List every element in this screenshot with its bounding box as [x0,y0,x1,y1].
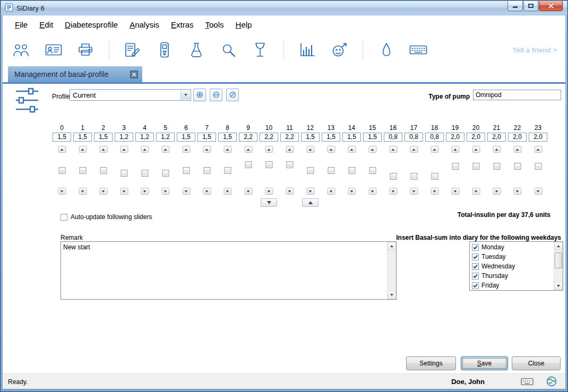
basal-slider[interactable] [321,146,341,195]
settings-button[interactable]: Settings [406,356,456,370]
slider-down-button[interactable] [99,188,107,195]
basal-slider[interactable] [300,146,321,195]
slider-thumb[interactable] [431,173,438,180]
slider-down-button[interactable] [389,188,397,195]
slider-up-button[interactable] [265,146,273,153]
lab-icon[interactable] [187,41,206,59]
journal-icon[interactable] [123,41,142,59]
device-icon[interactable] [155,41,174,59]
basal-value-input[interactable]: 2,2 [260,133,278,142]
auto-update-checkbox[interactable] [61,214,67,221]
slider-up-button[interactable] [306,146,314,153]
slider-up-button[interactable] [534,146,542,153]
menu-file[interactable]: File [9,15,33,34]
slider-thumb[interactable] [58,167,65,174]
basal-slider[interactable] [259,146,279,195]
basal-value-input[interactable]: 0,8 [405,133,423,142]
basal-value-input[interactable]: 0,8 [384,133,402,142]
tab-management-basal-profile[interactable]: Management of basal-profile [8,66,142,82]
slider-down-button[interactable] [327,188,335,195]
pump-type-input[interactable]: Omnipod [473,90,561,100]
wellbeing-icon[interactable] [330,41,349,59]
slider-thumb[interactable] [348,167,355,174]
remark-textarea[interactable]: New start [61,241,397,300]
basal-slider[interactable] [114,146,134,195]
slider-down-button[interactable] [265,188,273,195]
slider-up-button[interactable] [182,146,190,153]
weekday-list[interactable]: MondayTuesdayWednesdayThursdayFriday [469,241,563,291]
slider-down-button[interactable] [431,188,438,195]
slider-down-button[interactable] [120,188,128,195]
basal-value-input[interactable]: 0,8 [425,133,444,142]
slider-thumb[interactable] [535,163,541,170]
print-icon[interactable] [76,41,95,59]
basal-value-input[interactable]: 1,5 [94,133,113,142]
search-icon[interactable] [219,41,238,59]
basal-slider[interactable] [507,146,528,195]
basal-slider[interactable] [362,146,383,195]
basal-slider[interactable] [217,146,238,195]
slider-down-button[interactable] [161,188,169,195]
tell-a-friend-link[interactable]: Tell a friend > [513,46,557,54]
slider-up-button[interactable] [223,146,231,153]
weekday-item-thursday[interactable]: Thursday [470,271,554,281]
statistics-icon[interactable] [298,41,317,59]
basal-slider[interactable] [445,146,466,195]
weekday-checkbox[interactable] [472,273,479,280]
slider-down-button[interactable] [203,188,211,195]
add-profile-button[interactable]: ⊕ [193,89,206,101]
slider-thumb[interactable] [203,167,210,174]
chevron-down-icon[interactable] [180,90,190,100]
slider-up-button[interactable] [431,146,438,153]
basal-slider[interactable] [486,146,507,195]
slider-down-button[interactable] [141,188,149,195]
basal-slider[interactable] [238,146,259,195]
slider-thumb[interactable] [162,170,169,177]
globe-status-icon[interactable] [546,376,557,388]
weekday-item-friday[interactable]: Friday [470,281,554,290]
weekday-scrollbar[interactable] [554,242,563,290]
basal-value-input[interactable]: 1,5 [218,133,237,142]
shift-up-button[interactable] [302,198,319,207]
slider-thumb[interactable] [514,163,521,170]
slider-thumb[interactable] [265,161,272,168]
menu-analysis[interactable]: Analysis [124,15,165,34]
slider-up-button[interactable] [348,146,356,153]
blood-drop-icon[interactable] [377,41,396,59]
basal-value-input[interactable]: 2,0 [446,133,464,142]
basal-value-input[interactable]: 2,0 [487,133,506,142]
basal-value-input[interactable]: 1,5 [197,133,216,142]
basal-slider[interactable] [403,146,424,195]
close-button[interactable] [539,1,563,11]
slider-down-button[interactable] [472,188,480,195]
slider-thumb[interactable] [328,167,334,174]
basal-slider[interactable] [155,146,176,195]
menu-extras[interactable]: Extras [165,15,200,34]
basal-value-input[interactable]: 1,5 [363,133,382,142]
basal-slider[interactable] [176,146,196,195]
slider-down-button[interactable] [451,188,459,195]
minimize-button[interactable] [507,1,523,11]
slider-up-button[interactable] [141,146,149,153]
clear-profile-button[interactable]: ⊘ [226,89,239,101]
basal-value-input[interactable]: 1,2 [115,133,133,142]
slider-down-button[interactable] [493,188,501,195]
slider-up-button[interactable] [79,146,87,153]
slider-up-button[interactable] [286,146,294,153]
menu-diabetesprofile[interactable]: Diabetesprofile [59,15,124,34]
slider-up-button[interactable] [161,146,169,153]
basal-value-input[interactable]: 1,5 [177,133,195,142]
basal-value-input[interactable]: 2,2 [280,133,299,142]
slider-down-button[interactable] [223,188,231,195]
close-dialog-button[interactable]: Close [512,356,561,370]
save-button[interactable]: Save [461,356,508,370]
slider-down-button[interactable] [513,188,521,195]
basal-value-input[interactable]: 2,0 [508,133,527,142]
slider-thumb[interactable] [121,170,127,177]
slider-up-button[interactable] [389,146,397,153]
weekday-item-wednesday[interactable]: Wednesday [470,262,554,271]
slider-down-button[interactable] [286,188,294,195]
basal-value-input[interactable]: 1,5 [322,133,340,142]
weekday-item-tuesday[interactable]: Tuesday [470,252,554,262]
scroll-up-icon[interactable] [388,242,396,250]
